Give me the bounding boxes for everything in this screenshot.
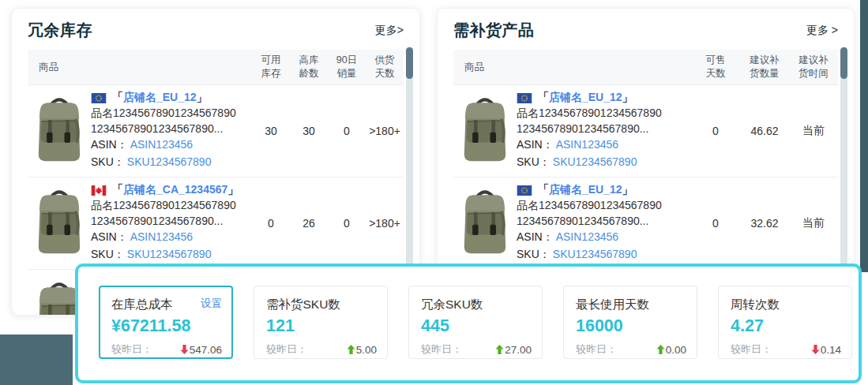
column-header-product: 商品 (453, 61, 691, 74)
available-stock-cell: 30 (252, 125, 290, 137)
delta-value: 27.00 (505, 344, 532, 356)
dashboard-viewport: 冗余库存 更多> 商品 可用库存 高库龄数 90日销量 供货天数 (0, 0, 868, 385)
store-name-link[interactable]: 店铺名_CA_1234567 (123, 183, 227, 197)
sku-label: SKU： (91, 155, 125, 168)
table-header: 商品 可用库存 高库龄数 90日销量 供货天数 (28, 50, 404, 85)
compare-label: 较昨日： (731, 342, 772, 357)
column-header-suggested-qty: 建议补货数量 (740, 54, 789, 80)
sku-link[interactable]: SKU1234567890 (127, 155, 212, 168)
column-header-suggested-time: 建议补货时间 (789, 54, 838, 80)
stat-title: 最长使用天数 (576, 297, 649, 313)
scrollbar-thumb[interactable] (406, 47, 413, 79)
decor-corner-block (0, 335, 73, 385)
available-stock-cell: 0 (252, 217, 290, 230)
settings-link[interactable]: 设置 (201, 297, 222, 311)
sku-link[interactable]: SKU1234567890 (553, 248, 637, 260)
stat-title: 在库总成本 (111, 297, 173, 313)
compare-label: 较昨日： (111, 342, 152, 357)
eu-flag-icon (517, 185, 532, 196)
product-image (463, 95, 507, 166)
sales-90d-cell: 0 (328, 125, 366, 137)
sales-90d-cell: 0 (328, 217, 366, 230)
stat-title: 周转次数 (731, 297, 780, 313)
aged-stock-cell: 26 (290, 217, 328, 230)
supply-days-cell: >180+ (366, 125, 404, 137)
stat-card-total-cost[interactable]: 在库总成本 设置 ¥67211.58 较昨日： 547.06 (99, 286, 233, 359)
delta-value: 547.06 (190, 344, 222, 356)
restock-products-table: 商品 可售天数 建议补货数量 建议补货时间 「店铺名_E (453, 50, 838, 270)
stat-title: 冗余SKU数 (421, 297, 483, 313)
panel-title: 冗余库存 (28, 20, 92, 41)
asin-label: ASIN： (517, 138, 554, 151)
suggested-time-cell: 当前 (789, 216, 838, 230)
asin-label: ASIN： (517, 230, 554, 243)
eu-flag-icon (517, 93, 532, 103)
trend-up-icon (347, 345, 355, 354)
trend-down-icon (811, 345, 820, 354)
column-header-aged-stock: 高库龄数 (290, 54, 328, 80)
delta-value: 0.00 (666, 344, 686, 356)
scrollbar-thumb[interactable] (840, 47, 847, 79)
asin-link[interactable]: ASIN123456 (130, 138, 193, 151)
store-name-link[interactable]: 店铺名_EU_12 (123, 91, 197, 105)
table-row: 「店铺名_EU_12」 品名12345678901234567890123456… (28, 85, 404, 178)
scrollbar[interactable] (840, 47, 847, 274)
store-name-link[interactable]: 店铺名_EU_12 (549, 183, 622, 197)
stat-title: 需补货SKU数 (266, 297, 340, 313)
compare-label: 较昨日： (421, 342, 462, 357)
column-header-90day-sales: 90日销量 (328, 54, 366, 80)
product-name: 品名12345678901234567890123456789012345678… (517, 106, 691, 136)
table-row: 「店铺名_CA_1234567」 品名123456789012345678901… (28, 178, 404, 270)
sku-label: SKU： (91, 248, 125, 260)
stat-value: ¥67211.58 (111, 316, 222, 336)
table-row: 「店铺名_EU_12」 品名12345678901234567890123456… (453, 178, 838, 270)
sku-link[interactable]: SKU1234567890 (553, 155, 637, 168)
summary-stats-bar: 在库总成本 设置 ¥67211.58 较昨日： 547.06 需补货SKU数 1… (75, 264, 862, 383)
sku-link[interactable]: SKU1234567890 (127, 248, 212, 260)
asin-link[interactable]: ASIN123456 (130, 230, 193, 243)
compare-label: 较昨日： (576, 342, 617, 357)
sellable-days-cell: 0 (691, 125, 740, 137)
stat-card-turnover[interactable]: 周转次数 4.27 较昨日： 0.14 (718, 286, 852, 359)
scrollbar[interactable] (406, 47, 413, 274)
suggested-time-cell: 当前 (789, 124, 838, 138)
ca-flag-icon (91, 185, 107, 196)
asin-link[interactable]: ASIN123456 (556, 230, 618, 243)
product-name: 品名12345678901234567890123456789012345678… (91, 198, 252, 229)
stat-value: 4.27 (731, 316, 841, 336)
more-link[interactable]: 更多> (375, 24, 404, 38)
aged-stock-cell: 30 (290, 125, 328, 137)
stat-card-max-usage-days[interactable]: 最长使用天数 16000 较昨日： 0.00 (563, 286, 697, 359)
table-header: 商品 可售天数 建议补货数量 建议补货时间 (453, 50, 838, 85)
stat-value: 121 (266, 316, 377, 336)
suggested-qty-cell: 32.62 (740, 217, 789, 230)
column-header-product: 商品 (28, 61, 252, 74)
asin-link[interactable]: ASIN123456 (556, 138, 618, 151)
product-image (37, 188, 81, 259)
asin-label: ASIN： (91, 230, 128, 243)
stat-card-redundant-sku[interactable]: 冗余SKU数 445 较昨日： 27.00 (408, 286, 543, 359)
sku-label: SKU： (517, 155, 550, 168)
stat-card-restock-sku[interactable]: 需补货SKU数 121 较昨日： 5.00 (254, 286, 388, 359)
more-link[interactable]: 更多 > (806, 24, 838, 38)
stat-value: 16000 (576, 316, 686, 336)
stat-value: 445 (421, 316, 532, 336)
delta-value: 5.00 (356, 344, 377, 356)
product-name: 品名12345678901234567890123456789012345678… (91, 106, 252, 136)
delta-value: 0.14 (821, 344, 841, 356)
sellable-days-cell: 0 (691, 217, 740, 230)
trend-up-icon (495, 345, 504, 354)
eu-flag-icon (91, 93, 107, 103)
panel-title: 需补货产品 (453, 20, 535, 41)
store-name-link[interactable]: 店铺名_EU_12 (549, 91, 622, 105)
suggested-qty-cell: 46.62 (740, 125, 789, 137)
product-image (463, 188, 507, 259)
product-image (37, 95, 81, 166)
supply-days-cell: >180+ (366, 217, 404, 230)
sku-label: SKU： (517, 248, 550, 260)
trend-down-icon (180, 345, 189, 354)
column-header-sellable-days: 可售天数 (691, 54, 740, 80)
compare-label: 较昨日： (266, 342, 307, 357)
column-header-supply-days: 供货天数 (366, 54, 404, 80)
trend-up-icon (656, 345, 665, 354)
